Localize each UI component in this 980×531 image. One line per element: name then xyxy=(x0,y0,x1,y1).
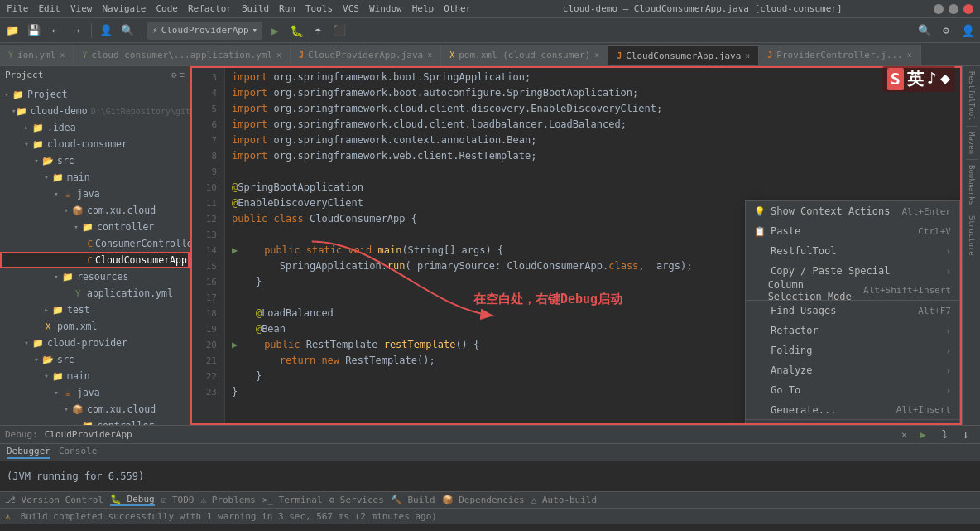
sidebar-collapse-icon[interactable]: ≡ xyxy=(179,70,185,80)
debug-close-btn[interactable]: × xyxy=(901,429,907,441)
menu-file[interactable]: File xyxy=(7,3,29,14)
tree-item-src-provider[interactable]: ▾ 📂 src xyxy=(0,351,190,368)
menu-folding[interactable]: Folding › xyxy=(746,340,959,360)
window-controls[interactable] xyxy=(934,4,973,14)
tab-close-button5[interactable]: × xyxy=(745,51,750,60)
menu-run[interactable]: Run xyxy=(279,3,295,14)
menu-window[interactable]: Window xyxy=(369,3,402,14)
maven-panel[interactable]: Maven xyxy=(966,127,978,160)
menu-add-inline-watch[interactable]: + Add Inline Watch xyxy=(746,420,959,425)
tree-item-cloud-consumer[interactable]: ▾ 📁 cloud-consumer xyxy=(0,136,190,152)
stop-button[interactable]: ⬛ xyxy=(330,22,348,40)
tree-item-cloud-demo[interactable]: ▾ 📁 cloud-demo D:\GitRepository\gitee\cl… xyxy=(0,103,190,119)
menu-vcs[interactable]: VCS xyxy=(343,3,359,14)
menu-help[interactable]: Help xyxy=(412,3,435,14)
menu-other[interactable]: Other xyxy=(444,3,471,14)
menu-paste[interactable]: 📋 Paste Ctrl+V xyxy=(746,221,959,241)
menu-navigate[interactable]: Navigate xyxy=(103,3,147,14)
tree-item-java[interactable]: ▾ ☕ java xyxy=(0,186,190,202)
tab-cloudconsumerapp[interactable]: J CloudConsumerApp.java × xyxy=(608,45,759,65)
todo-tab[interactable]: ☑ TODO xyxy=(161,495,195,505)
problems-tab[interactable]: ⚠ Problems xyxy=(200,495,255,505)
debugger-tab[interactable]: Debugger xyxy=(7,446,50,459)
tree-item-pom-consumer[interactable]: ▸ X pom.xml xyxy=(0,318,190,335)
tab-label6: ProviderController.j... xyxy=(776,50,902,60)
menu-goto[interactable]: Go To › xyxy=(746,380,959,400)
services-tab[interactable]: ⚙ Services xyxy=(329,495,384,505)
tab-close-button6[interactable]: × xyxy=(907,51,912,60)
tab-close-button[interactable]: × xyxy=(60,51,65,60)
debug-step-into-btn[interactable]: ↓ xyxy=(957,426,975,444)
menu-refactor[interactable]: Refactor xyxy=(188,3,232,14)
menu-generate[interactable]: Generate... Alt+Insert xyxy=(746,400,959,420)
run-config-selector[interactable]: ⚡ CloudProviderApp ▾ xyxy=(147,22,262,40)
context-menu[interactable]: 💡 Show Context Actions Alt+Enter 📋 Paste… xyxy=(745,200,960,425)
tree-item-main[interactable]: ▾ 📁 main xyxy=(0,169,190,186)
tree-item-pkg[interactable]: ▾ 📦 com.xu.cloud xyxy=(0,202,190,219)
tab-application-yml[interactable]: Y cloud-consumer\...application.yml × xyxy=(74,45,291,65)
tab-cloudproviderapp[interactable]: J CloudProviderApp.java × xyxy=(291,45,441,65)
tree-item-idea[interactable]: ▸ 📁 .idea xyxy=(0,119,190,136)
navigate-button[interactable]: 🔍 xyxy=(118,22,137,40)
terminal-tab[interactable]: >_ Terminal xyxy=(262,495,323,505)
debug-step-over-btn[interactable]: ⤵ xyxy=(935,426,954,444)
menu-find-usages[interactable]: Find Usages Alt+F7 xyxy=(746,301,959,321)
tree-item-cloud-provider[interactable]: ▾ 📁 cloud-provider xyxy=(0,335,190,351)
debug-button[interactable]: 🐛 xyxy=(287,22,305,40)
restful-tool-panel[interactable]: RestfulTool xyxy=(966,66,978,127)
tree-item-cloud-consumer-app[interactable]: ▸ C CloudConsumerApp xyxy=(0,252,190,268)
close-button[interactable] xyxy=(963,4,973,14)
code-editor[interactable]: 34567891011121314151617181920212223 impo… xyxy=(190,66,962,425)
bookmarks-panel[interactable]: Bookmarks xyxy=(966,160,978,211)
menu-code[interactable]: Code xyxy=(156,3,178,14)
menu-refactor[interactable]: Refactor › xyxy=(746,321,959,340)
tab-close-button4[interactable]: × xyxy=(594,51,599,60)
menu-tools[interactable]: Tools xyxy=(305,3,333,14)
open-file-button[interactable]: 📁 xyxy=(3,22,22,40)
build-tab[interactable]: 🔨 Build xyxy=(391,495,435,505)
menu-column-selection[interactable]: Column Selection Mode Alt+Shift+Insert xyxy=(746,281,959,301)
tree-item-java2[interactable]: ▾ ☕ java xyxy=(0,384,190,401)
tree-item-consumer-controller[interactable]: ▸ C ConsumerController xyxy=(0,235,190,252)
tree-item-resources[interactable]: ▾ 📁 resources xyxy=(0,268,190,285)
version-control-tab[interactable]: ⎇ Version Control xyxy=(5,495,103,505)
forward-button[interactable]: → xyxy=(68,22,86,40)
menu-build[interactable]: Build xyxy=(242,3,269,14)
menu-edit[interactable]: Edit xyxy=(39,3,61,14)
tree-item-app-yml[interactable]: ▸ Y application.yml xyxy=(0,285,190,302)
auto-build-tab[interactable]: △ Auto-build xyxy=(531,495,597,505)
menu-show-context-actions[interactable]: 💡 Show Context Actions Alt+Enter xyxy=(746,201,959,221)
console-tab[interactable]: Console xyxy=(59,446,97,459)
tree-item-test[interactable]: ▸ 📁 test xyxy=(0,302,190,318)
tab-providercontroller[interactable]: J ProviderController.j... × xyxy=(759,45,920,65)
minimize-button[interactable] xyxy=(934,4,944,14)
tab-close-button3[interactable]: × xyxy=(427,51,432,60)
save-button[interactable]: 💾 xyxy=(25,22,43,40)
tree-item-main2[interactable]: ▾ 📁 main xyxy=(0,368,190,384)
coverage-button[interactable]: ☂ xyxy=(309,22,327,40)
dependencies-tab[interactable]: 📦 Dependencies xyxy=(442,495,525,505)
tree-item-pkg2[interactable]: ▾ 📦 com.xu.cloud xyxy=(0,401,190,418)
run-button[interactable]: ▶ xyxy=(266,22,284,40)
vcs-button[interactable]: 👤 xyxy=(97,22,115,40)
back-button[interactable]: ← xyxy=(46,22,65,40)
tab-close-button2[interactable]: × xyxy=(276,51,281,60)
structure-panel[interactable]: Structure xyxy=(966,210,978,261)
menu-restfultool[interactable]: RestfulTool › xyxy=(746,241,959,261)
sidebar-settings-icon[interactable]: ⚙ xyxy=(171,70,177,80)
debug-resume-btn[interactable]: ▶ xyxy=(914,426,932,444)
menu-copy-paste-special[interactable]: Copy / Paste Special › xyxy=(746,261,959,281)
tree-item-project[interactable]: ▾ 📁 Project xyxy=(0,86,190,103)
settings-button[interactable]: ⚙ xyxy=(937,22,955,40)
tree-item-controller[interactable]: ▾ 📁 controller xyxy=(0,219,190,235)
tree-item-src[interactable]: ▾ 📂 src xyxy=(0,152,190,169)
tab-pom-xml[interactable]: X pom.xml (cloud-consumer) × xyxy=(441,45,608,65)
tree-item-controller2[interactable]: ▾ 📁 controller xyxy=(0,418,190,425)
menu-view[interactable]: View xyxy=(70,3,93,14)
profile-button[interactable]: 👤 xyxy=(958,22,977,40)
maximize-button[interactable] xyxy=(949,4,958,14)
tab-ion-yml[interactable]: Y ion.yml × xyxy=(0,45,74,65)
menu-analyze[interactable]: Analyze › xyxy=(746,360,959,380)
search-everywhere-button[interactable]: 🔍 xyxy=(915,22,934,40)
debug-tab-btn[interactable]: 🐛 Debug xyxy=(110,494,155,506)
